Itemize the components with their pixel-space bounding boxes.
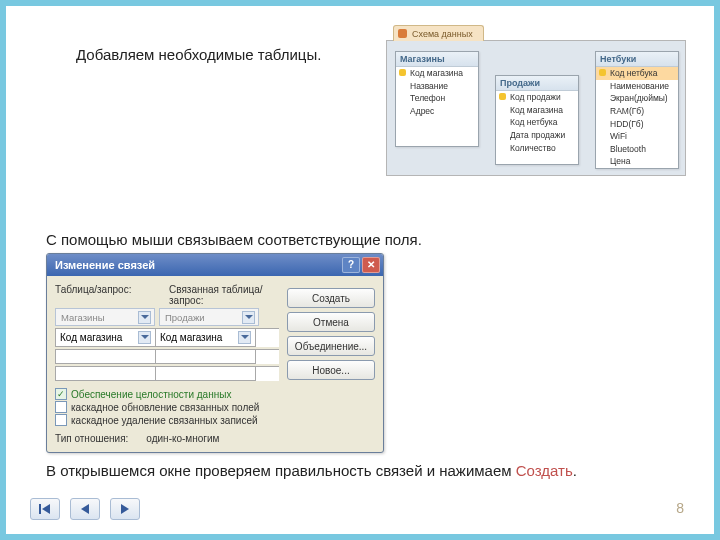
checkbox-label: каскадное удаление связанных записей <box>71 415 258 426</box>
relation-type-value: один-ко-многим <box>146 433 219 444</box>
dropdown-right-table[interactable]: Продажи <box>159 308 259 326</box>
table-title: Продажи <box>496 76 578 91</box>
dropdown-left-table[interactable]: Магазины <box>55 308 155 326</box>
table-box-sales: Продажи Код продажи Код магазина Код нет… <box>495 75 579 165</box>
instruction-2: С помощью мыши связываем соответствующие… <box>46 231 684 248</box>
instruction-3a: В открывшемся окне проверяем правильност… <box>46 462 512 479</box>
field-cell-empty[interactable] <box>156 350 256 364</box>
field-cell-right[interactable]: Код магазина <box>156 329 256 347</box>
join-button[interactable]: Объединение... <box>287 336 375 356</box>
chevron-down-icon <box>138 311 151 324</box>
instruction-1: Добавляем необходимые таблицы. <box>76 46 321 63</box>
table-field: Цена <box>596 155 678 168</box>
dropdown-value: Магазины <box>61 312 104 323</box>
field-cell-value: Код магазина <box>160 332 222 343</box>
table-field: Экран(дюймы) <box>596 92 678 105</box>
page-number: 8 <box>676 500 684 516</box>
table-field: Телефон <box>396 92 478 105</box>
close-button[interactable]: ✕ <box>362 257 380 273</box>
new-button[interactable]: Новое... <box>287 360 375 380</box>
instruction-3: В открывшемся окне проверяем правильност… <box>46 461 684 481</box>
svg-marker-1 <box>42 504 50 514</box>
field-cell-empty[interactable] <box>56 350 156 364</box>
table-field: HDD(Гб) <box>596 118 678 131</box>
chevron-down-icon <box>138 331 151 344</box>
table-title: Нетбуки <box>596 52 678 67</box>
table-field: WiFi <box>596 130 678 143</box>
field-cell-empty[interactable] <box>156 367 256 381</box>
table-field: Дата продажи <box>496 129 578 142</box>
schema-tab: Схема данных <box>393 25 484 41</box>
table-field: Адрес <box>396 105 478 118</box>
instruction-3-highlight: Создать <box>516 462 573 479</box>
chevron-down-icon <box>238 331 251 344</box>
checkbox-icon: ✓ <box>55 388 67 400</box>
checkbox-icon <box>55 414 67 426</box>
table-box-stores: Магазины Код магазина Название Телефон А… <box>395 51 479 147</box>
table-field: Bluetooth <box>596 143 678 156</box>
checkbox-label: Обеспечение целостности данных <box>71 389 231 400</box>
checkbox-icon <box>55 401 67 413</box>
label-related-table: Связанная таблица/запрос: <box>169 284 279 306</box>
checkbox-cascade-update[interactable]: каскадное обновление связанных полей <box>55 401 375 413</box>
table-field: Код магазина <box>496 104 578 117</box>
svg-rect-0 <box>39 504 41 514</box>
nav-next-button[interactable] <box>110 498 140 520</box>
instruction-3c: . <box>573 462 577 479</box>
svg-marker-2 <box>81 504 89 514</box>
dialog-titlebar: Изменение связей ? ✕ <box>47 254 383 276</box>
dialog-title-text: Изменение связей <box>55 259 155 271</box>
field-cell-value: Код магазина <box>60 332 122 343</box>
help-button[interactable]: ? <box>342 257 360 273</box>
dropdown-value: Продажи <box>165 312 205 323</box>
relation-type-label: Тип отношения: <box>55 433 128 444</box>
cancel-button[interactable]: Отмена <box>287 312 375 332</box>
table-field: Название <box>396 80 478 93</box>
checkbox-cascade-delete[interactable]: каскадное удаление связанных записей <box>55 414 375 426</box>
table-field: Код нетбука <box>596 67 678 80</box>
table-box-netbooks: Нетбуки Код нетбука Наименование Экран(д… <box>595 51 679 169</box>
svg-marker-3 <box>121 504 129 514</box>
table-field: Количество <box>496 142 578 155</box>
table-field: Код продажи <box>496 91 578 104</box>
table-title: Магазины <box>396 52 478 67</box>
table-field: RAM(Гб) <box>596 105 678 118</box>
create-button[interactable]: Создать <box>287 288 375 308</box>
chevron-down-icon <box>242 311 255 324</box>
schema-diagram: Схема данных Магазины Код магазина Назва… <box>386 40 686 176</box>
field-cell-left[interactable]: Код магазина <box>56 329 156 347</box>
nav-prev-button[interactable] <box>70 498 100 520</box>
checkbox-integrity[interactable]: ✓ Обеспечение целостности данных <box>55 388 375 400</box>
table-field: Код нетбука <box>496 116 578 129</box>
edit-relationships-dialog: Изменение связей ? ✕ Таблица/запрос: Свя… <box>46 253 384 453</box>
table-field: Код магазина <box>396 67 478 80</box>
label-table-query: Таблица/запрос: <box>55 284 165 306</box>
field-cell-empty[interactable] <box>56 367 156 381</box>
nav-first-button[interactable] <box>30 498 60 520</box>
checkbox-label: каскадное обновление связанных полей <box>71 402 259 413</box>
table-field: Наименование <box>596 80 678 93</box>
